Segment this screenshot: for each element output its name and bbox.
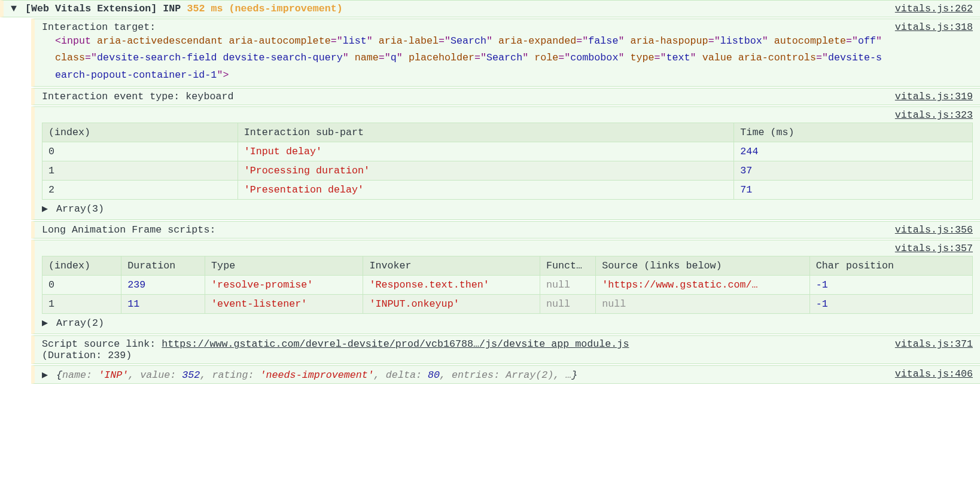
table-cell: 244 xyxy=(734,142,973,161)
table-cell: 2 xyxy=(42,181,238,200)
table-cell: 'resolve-promise' xyxy=(205,276,363,295)
table-cell: 'Processing duration' xyxy=(238,161,734,181)
table-cell: null xyxy=(540,276,595,295)
source-link[interactable]: vitals.js:406 xyxy=(895,368,973,380)
interaction-target-label: Interaction target: xyxy=(42,22,883,33)
console-msg-table-laf: vitals.js:357 (index)DurationTypeInvoker… xyxy=(31,240,980,334)
table-cell: 239 xyxy=(121,276,205,295)
array-summary[interactable]: Array(3) xyxy=(56,203,104,215)
table-header: (index) xyxy=(42,256,121,276)
console-msg-object: ▶ {name: 'INP', value: 352, rating: 'nee… xyxy=(31,365,980,384)
caret-right-icon[interactable]: ▶ xyxy=(42,202,50,215)
table-row: 111'event-listener''INPUT.onkeyup'nullnu… xyxy=(42,295,973,314)
source-link[interactable]: vitals.js:357 xyxy=(895,243,973,254)
object-summary[interactable]: {name: 'INP', value: 352, rating: 'needs… xyxy=(56,369,577,381)
source-link[interactable]: vitals.js:262 xyxy=(895,3,973,14)
console-group-header[interactable]: ▼ [Web Vitals Extension] INP 352 ms (nee… xyxy=(0,0,980,17)
table-cell: null xyxy=(540,295,595,314)
script-source-duration: (Duration: 239) xyxy=(42,350,132,361)
table-cell: 'Presentation delay' xyxy=(238,181,734,200)
table-cell: 0 xyxy=(42,142,238,161)
array-summary[interactable]: Array(2) xyxy=(56,317,104,329)
table-cell: 1 xyxy=(42,295,121,314)
table-row: 0239'resolve-promise''Response.text.then… xyxy=(42,276,973,295)
table-header: Duration xyxy=(121,256,205,276)
console-msg-script-source: Script source link: https://www.gstatic.… xyxy=(31,335,980,364)
table-header: Interaction sub-part xyxy=(238,123,734,142)
table-cell: 71 xyxy=(734,181,973,200)
event-type-text: Interaction event type: keyboard xyxy=(42,91,883,102)
caret-right-icon[interactable]: ▶ xyxy=(42,316,50,329)
script-source-url[interactable]: https://www.gstatic.com/devrel-devsite/p… xyxy=(162,338,629,350)
table-row: 2'Presentation delay'71 xyxy=(42,181,973,200)
interaction-subparts-table: (index)Interaction sub-partTime (ms)0'In… xyxy=(42,123,973,200)
table-cell: 1 xyxy=(42,161,238,181)
source-link[interactable]: vitals.js:319 xyxy=(895,91,973,102)
script-source-prefix: Script source link: xyxy=(42,338,162,350)
console-msg-laf-label: Long Animation Frame scripts: vitals.js:… xyxy=(31,221,980,239)
table-cell: 0 xyxy=(42,276,121,295)
table-row: 1'Processing duration'37 xyxy=(42,161,973,181)
table-cell: 'Response.text.then' xyxy=(363,276,540,295)
group-label-prefix: [Web Vitals Extension] xyxy=(25,3,157,14)
table-header: Source (links below) xyxy=(596,256,810,276)
laf-label-text: Long Animation Frame scripts: xyxy=(42,224,883,236)
table-cell: 11 xyxy=(121,295,205,314)
table-header: Char position xyxy=(809,256,972,276)
interaction-target-element: <input aria-activedescendant aria-autoco… xyxy=(42,33,883,84)
source-link[interactable]: vitals.js:323 xyxy=(895,109,973,121)
table-row: 0'Input delay'244 xyxy=(42,142,973,161)
table-header: Type xyxy=(205,256,363,276)
caret-down-icon[interactable]: ▼ xyxy=(11,3,19,14)
table-header: Funct… xyxy=(540,256,595,276)
table-cell: -1 xyxy=(809,276,972,295)
console-msg-interaction-target: Interaction target: <input aria-activede… xyxy=(31,19,980,87)
group-label-metric: INP xyxy=(163,3,181,14)
table-cell: 'INPUT.onkeyup' xyxy=(363,295,540,314)
table-header: (index) xyxy=(42,123,238,142)
source-link[interactable]: vitals.js:318 xyxy=(895,22,973,33)
table-header: Invoker xyxy=(363,256,540,276)
table-cell: 37 xyxy=(734,161,973,181)
table-cell: null xyxy=(596,295,810,314)
source-link[interactable]: vitals.js:356 xyxy=(895,224,973,236)
caret-right-icon[interactable]: ▶ xyxy=(42,368,50,381)
table-cell: 'https://www.gstatic.com/… xyxy=(596,276,810,295)
laf-scripts-table: (index)DurationTypeInvokerFunct…Source (… xyxy=(42,256,973,314)
table-cell: 'event-listener' xyxy=(205,295,363,314)
table-cell: 'Input delay' xyxy=(238,142,734,161)
console-msg-event-type: Interaction event type: keyboard vitals.… xyxy=(31,88,980,105)
group-label-value: 352 ms (needs-improvement) xyxy=(187,3,342,14)
console-msg-table-subparts: vitals.js:323 (index)Interaction sub-par… xyxy=(31,106,980,220)
table-header: Time (ms) xyxy=(734,123,973,142)
source-link[interactable]: vitals.js:371 xyxy=(895,338,973,350)
table-cell: -1 xyxy=(809,295,972,314)
